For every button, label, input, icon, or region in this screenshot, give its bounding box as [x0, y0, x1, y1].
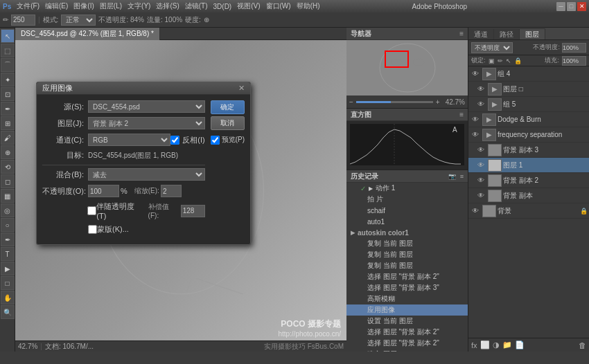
- path-select-tool[interactable]: ▶: [1, 262, 15, 275]
- preview-checkbox[interactable]: [211, 136, 220, 145]
- preserve-checkbox[interactable]: [87, 206, 96, 215]
- cancel-button[interactable]: 取消: [211, 116, 245, 130]
- invert-checkbox[interactable]: [170, 136, 179, 145]
- maximize-button[interactable]: □: [567, 2, 576, 11]
- minimize-button[interactable]: ─: [556, 2, 565, 11]
- history-new-snapshot-icon[interactable]: 📷: [448, 173, 456, 180]
- new-group-icon[interactable]: 📁: [502, 340, 512, 349]
- layer-1[interactable]: 👁 图层 1: [468, 158, 589, 173]
- move-tool[interactable]: ↖: [1, 29, 15, 43]
- visibility-icon[interactable]: 👁: [475, 84, 486, 95]
- healing-tool[interactable]: ⊞: [1, 116, 15, 130]
- history-item-new-layer[interactable]: 建立 图层: [346, 349, 468, 352]
- add-fx-icon[interactable]: fx: [471, 341, 477, 349]
- document-tab[interactable]: DSC_4554.psd @ 42.7% (图层 1, RGB/8) *: [15, 28, 160, 40]
- lock-transparent-icon[interactable]: ▣: [489, 57, 495, 64]
- mask-checkbox[interactable]: [88, 225, 97, 234]
- ok-button[interactable]: 确定: [211, 100, 245, 114]
- blend-mode-select[interactable]: 不透明度: [471, 42, 513, 53]
- lock-move-icon[interactable]: ↖: [506, 57, 511, 64]
- pen-tool[interactable]: ✒: [1, 233, 15, 246]
- layer-group4[interactable]: 👁 ▶ 组 4: [468, 66, 589, 82]
- stamp-tool[interactable]: ⊕: [1, 145, 15, 159]
- gradient-tool[interactable]: ▦: [1, 189, 15, 203]
- history-item-copy1[interactable]: 复制 当前 图层: [346, 238, 468, 249]
- channel-select[interactable]: RGB: [88, 134, 170, 146]
- blur-tool[interactable]: ◎: [1, 203, 15, 217]
- history-item-select2[interactable]: 选择 图层 "背景 副本 3": [346, 282, 468, 293]
- opacity-input[interactable]: [88, 185, 119, 197]
- menu-select[interactable]: 选择(S): [153, 1, 182, 11]
- menu-view[interactable]: 视图(V): [234, 1, 263, 11]
- eyedropper-tool[interactable]: ✒: [1, 102, 15, 116]
- lasso-tool[interactable]: ⌒: [1, 58, 15, 72]
- marquee-tool[interactable]: ⬚: [1, 44, 15, 57]
- history-item-select4[interactable]: 选择 图层 "背景 副本 2": [346, 338, 468, 349]
- history-item-select3[interactable]: 选择 图层 "背景 副本 2": [346, 327, 468, 338]
- menu-filter[interactable]: 滤镜(T): [182, 1, 211, 11]
- menu-text[interactable]: 文字(Y): [125, 1, 153, 11]
- layer-bg-copy3[interactable]: 👁 背景 副本 3: [468, 143, 589, 158]
- menu-window[interactable]: 窗口(W): [263, 1, 294, 11]
- visibility-icon[interactable]: 👁: [475, 99, 486, 110]
- new-layer-icon[interactable]: 📄: [515, 340, 525, 349]
- visibility-icon[interactable]: 👁: [475, 190, 486, 201]
- brush-size-input[interactable]: [11, 15, 35, 26]
- layer-sublayer1[interactable]: 👁 ▶ 图层 □: [468, 82, 589, 97]
- history-item-set[interactable]: 设置 当前 图层: [346, 316, 468, 327]
- layer-bg[interactable]: 👁 背景 🔒: [468, 203, 589, 219]
- zoom-minus-icon[interactable]: −: [349, 98, 353, 106]
- navigator-thumbnail[interactable]: [346, 40, 468, 95]
- add-mask-icon[interactable]: ⬜: [480, 340, 490, 349]
- history-item-copy3[interactable]: 复制 当前 图层: [346, 260, 468, 271]
- history-item-copy2[interactable]: 复制 当前 图层: [346, 249, 468, 260]
- close-button[interactable]: ✕: [577, 2, 586, 11]
- magic-wand-tool[interactable]: ✦: [1, 73, 15, 87]
- offset-input[interactable]: [181, 205, 205, 217]
- zoom-slider[interactable]: [356, 101, 433, 103]
- layer-freq-sep[interactable]: 👁 ▶ frequency separation: [468, 127, 589, 143]
- brush-tool[interactable]: 🖌: [1, 131, 15, 145]
- opacity-value-input[interactable]: [562, 43, 586, 53]
- source-select[interactable]: DSC_4554.psd: [88, 100, 205, 113]
- text-tool[interactable]: T: [1, 247, 15, 261]
- layer-bg-copy2[interactable]: 👁 背景 副本 2: [468, 173, 589, 188]
- dodge-tool[interactable]: ○: [1, 218, 15, 232]
- zoom-plus-icon[interactable]: +: [436, 98, 440, 106]
- menu-edit[interactable]: 编辑(E): [42, 1, 71, 11]
- menu-file[interactable]: 文件(F): [14, 1, 42, 11]
- tab-channels[interactable]: 通道: [468, 28, 494, 39]
- visibility-icon[interactable]: 👁: [470, 114, 481, 125]
- scale-input[interactable]: [161, 185, 182, 197]
- history-item-gaussian[interactable]: 高斯模糊: [346, 293, 468, 304]
- lock-paint-icon[interactable]: ✏: [498, 57, 503, 64]
- history-item-select1[interactable]: 选择 图层 "背景 副本 2": [346, 271, 468, 282]
- mode-select[interactable]: 正常: [61, 15, 96, 26]
- crop-tool[interactable]: ⊡: [1, 87, 15, 101]
- layer-bg-copy[interactable]: 👁 背景 副本: [468, 188, 589, 203]
- zoom-tool[interactable]: 🔍: [1, 305, 15, 319]
- menu-help[interactable]: 帮助(H): [294, 1, 323, 11]
- visibility-icon[interactable]: 👁: [470, 206, 481, 217]
- visibility-icon[interactable]: 👁: [475, 160, 486, 171]
- visibility-icon[interactable]: 👁: [470, 129, 481, 140]
- visibility-icon[interactable]: 👁: [475, 145, 486, 156]
- menu-image[interactable]: 图像(I): [71, 1, 96, 11]
- blending-select[interactable]: 减去: [88, 168, 205, 181]
- tab-layers[interactable]: 图层: [520, 28, 545, 39]
- visibility-icon[interactable]: 👁: [475, 175, 486, 186]
- history-item-apply[interactable]: 应用图像: [346, 304, 468, 316]
- delete-layer-icon[interactable]: 🗑: [579, 341, 586, 349]
- eraser-tool[interactable]: ◻: [1, 174, 15, 188]
- add-adjustment-icon[interactable]: ◑: [493, 340, 500, 349]
- history-item-auto1[interactable]: auto1: [346, 216, 468, 227]
- visibility-icon[interactable]: 👁: [470, 69, 481, 80]
- shape-tool[interactable]: □: [1, 276, 15, 290]
- history-item-autoskin[interactable]: ▶ autoskin color1: [346, 227, 468, 238]
- hand-tool[interactable]: ✋: [1, 291, 15, 304]
- tab-paths[interactable]: 路径: [494, 28, 520, 39]
- fill-value-input[interactable]: [562, 56, 586, 66]
- history-menu-icon[interactable]: ≡: [460, 173, 464, 180]
- history-brush-tool[interactable]: ⟲: [1, 160, 15, 174]
- lock-all-icon[interactable]: 🔒: [514, 57, 522, 64]
